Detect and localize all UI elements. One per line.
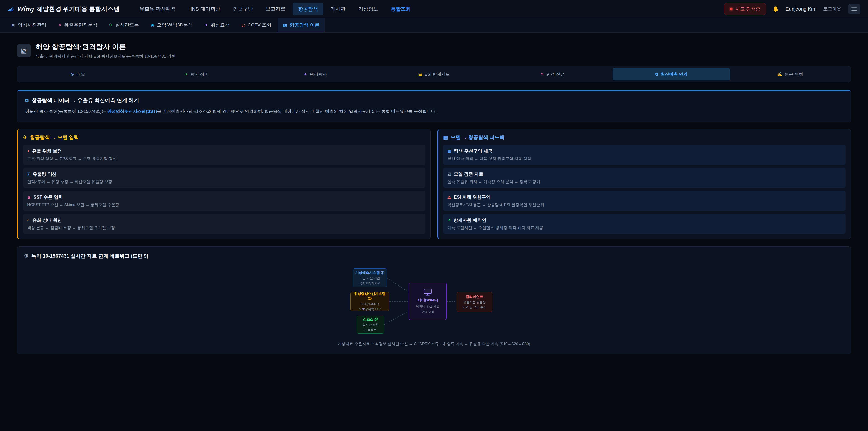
nav-weather-info[interactable]: 기상정보	[353, 3, 383, 16]
item-desc: 예측 도달시간 → 오일펜스·방제정 최적 배치 좌표 제공	[447, 225, 842, 230]
node-line1: 실시간 조위	[359, 322, 382, 327]
subtab-pollution-ship-3d[interactable]: ◉ 오염/선박3D분석	[145, 18, 198, 32]
linkage-heading-text: 항공탐색 데이터 → 유출유 확산예측 연계 체계	[32, 97, 139, 104]
network-diagram: 기상예측시스템 ① 바람·기온·기압 국립환경과학원 위성영상수신시스템 ② S…	[350, 269, 518, 335]
theory-tab-bar: ⊙ 개요 ✈ 탐지 장비 ✦ 원격탐사 ▤ ESI 방제지도 ✎ 면적 산정 ⧉…	[17, 66, 851, 83]
linkage-paragraph: 이문진 박사 특허(등록특허 10-1567431)는 위성영상수신시스템(SS…	[25, 108, 843, 115]
plane-icon: ✈	[23, 134, 27, 140]
alert-icon: ⚠	[447, 195, 451, 200]
tab-papers-patents[interactable]: ✍ 논문·특허	[732, 68, 849, 81]
subnav: ▣ 영상사진관리 ✳ 유출유면적분석 ✈ 실시간드론 ◉ 오염/선박3D분석 ✦…	[0, 18, 868, 33]
subtab-realtime-drone[interactable]: ✈ 실시간드론	[104, 18, 145, 32]
tab-overview[interactable]: ⊙ 개요	[19, 68, 136, 81]
calc-icon: ∑	[27, 172, 30, 177]
incident-status-badge[interactable]: 사고 진행중	[724, 3, 766, 15]
subtab-image-photo-management[interactable]: ▣ 영상사진관리	[6, 18, 52, 32]
node-line2: 토호쿠대학 FTP	[352, 307, 387, 311]
incident-dot-icon	[730, 8, 733, 10]
system-title: 해양환경 위기대응 통합시스템	[37, 5, 120, 13]
nav-emergency-rescue[interactable]: 긴급구난	[228, 3, 258, 16]
node-title: 기상예측시스템 ①	[355, 271, 385, 275]
pencil-icon: ✎	[540, 72, 544, 77]
card-item-list: ⌖ 유출 위치 보정 드론·위성 영상 → GPS 좌표 → 모델 유출지점 갱…	[23, 145, 426, 234]
tab-esi-map[interactable]: ▤ ESI 방제지도	[375, 68, 493, 81]
subtab-label: 오염/선박3D분석	[157, 22, 193, 28]
subtab-label: CCTV 조회	[248, 22, 272, 28]
item-desc: 색상 분류 → 점월비 추정 → 풍화모델 초기값 보정	[27, 225, 421, 230]
subtab-label: 유출유면적분석	[64, 22, 97, 28]
sst-system-link[interactable]: 위성영상수신시스템(SST)	[107, 109, 157, 114]
tab-label: 탐지 장비	[190, 71, 209, 77]
diagram-caption: 기상자료·수온자료·조석정보 실시간 수신 → CHARRY 조류 + 취송류 …	[24, 341, 844, 346]
chart-icon: ▧	[283, 22, 287, 28]
subtab-oil-area-analysis[interactable]: ✳ 유출유면적분석	[53, 18, 103, 32]
analysis-icon: ✳	[58, 22, 62, 28]
card-title-text: 항공탐색 → 모델 입력	[30, 134, 79, 141]
subtab-label: 실시간드론	[115, 22, 139, 28]
item-title: 유화 상태 확인	[32, 217, 62, 223]
color-class-icon: ◐	[27, 218, 30, 223]
nav-spill-prediction[interactable]: 유출유 확산예측	[134, 3, 181, 16]
network-heading: ⚗ 특허 10-1567431 실시간 자료 연계 네트워크 (도면 9)	[24, 253, 844, 259]
patent-network-panel: ⚗ 특허 10-1567431 실시간 자료 연계 네트워크 (도면 9) 기상…	[17, 246, 851, 355]
nav-aerial-search[interactable]: 항공탐색	[293, 3, 323, 16]
checklist-icon: ☑	[447, 172, 451, 177]
nav-reports[interactable]: 보고자료	[260, 3, 291, 16]
nav-integrated-search[interactable]: 통합조회	[385, 3, 416, 16]
node-weather-system: 기상예측시스템 ① 바람·기온·기압 국립환경과학원	[352, 269, 387, 287]
node-line1: 유출지점·유출량	[459, 300, 490, 304]
link-icon: ⧉	[25, 98, 29, 103]
subtab-aerial-search-theory[interactable]: ▧ 항공탐색 이론	[278, 18, 325, 32]
tab-detection-equipment[interactable]: ✈ 탐지 장비	[138, 68, 255, 81]
node-title: 검조소 ③	[359, 317, 382, 322]
nav-hns-atmosphere[interactable]: HNS·대기확산	[183, 3, 226, 16]
list-item-priority-zone: ▦ 탐색 우선구역 제공 확산 예측 결과 → 다음 항차 집중구역 자동 생성	[443, 145, 846, 165]
linkage-cards: ✈ 항공탐색 → 모델 입력 ⌖ 유출 위치 보정 드론·위성 영상 → GPS…	[17, 129, 851, 239]
card-search-to-model: ✈ 항공탐색 → 모델 입력 ⌖ 유출 위치 보정 드론·위성 영상 → GPS…	[17, 129, 431, 239]
location-icon: ⌖	[27, 149, 29, 153]
node-line2: 국립환경과학원	[355, 281, 385, 286]
tab-remote-sensing[interactable]: ✦ 원격탐사	[256, 68, 374, 81]
item-desc: 확산 예측 결과 → 다음 항차 집중구역 자동 생성	[447, 156, 842, 161]
item-title: 유출량 역산	[33, 171, 57, 177]
node-wing-server: 서버(WING) 데이터 수신·저장 모델 구동	[409, 282, 447, 320]
item-desc: 면적×두께 → 유량 추정 → 확산모델 유출량 보정	[27, 179, 421, 184]
subtab-cctv-view[interactable]: ◎ CCTV 조회	[236, 18, 277, 32]
logout-button[interactable]: 로그아웃	[823, 6, 841, 12]
node-title: 위성영상수신시스템 ②	[352, 291, 387, 301]
item-title: 모델 검증 자료	[454, 171, 483, 177]
main-nav: 유출유 확산예측 HNS·대기확산 긴급구난 보고자료 항공탐색 게시판 기상정…	[134, 3, 416, 16]
tab-area-calculation[interactable]: ✎ 면적 산정	[494, 68, 612, 81]
tab-label: 원격탐사	[310, 71, 327, 77]
wing-logo-icon	[8, 6, 14, 11]
tab-label: 면적 산정	[547, 71, 565, 77]
topbar-right: 사고 진행중 Eunjeong Kim 로그아웃	[724, 3, 860, 15]
papers-icon: ✍	[777, 72, 782, 77]
hamburger-menu-button[interactable]	[848, 4, 860, 14]
subtab-label: 영상사진관리	[18, 22, 46, 28]
tab-prediction-linkage[interactable]: ⧉ 확산예측 연계	[613, 68, 730, 81]
page-header: ▧ 해양 항공탐색·원격탐사 이론 유출유 원격탐지·항공감시 기법·ESI 방…	[17, 42, 851, 59]
satellite-icon: ✦	[205, 22, 208, 28]
item-desc: 드론·위성 영상 → GPS 좌표 → 모델 유출지점 갱신	[27, 156, 421, 161]
satellite-icon: ✦	[304, 72, 307, 77]
nav-board[interactable]: 게시판	[325, 3, 351, 16]
paragraph-text: 이문진 박사 특허(등록특허 10-1567431)는	[25, 109, 107, 114]
network-heading-text: 특허 10-1567431 실시간 자료 연계 네트워크 (도면 9)	[31, 253, 148, 259]
list-item-model-validation: ☑ 모델 검증 자료 실측 유출유 위치 ↔ 예측값 오차 분석 → 정확도 평…	[443, 168, 846, 188]
logo-text: Wing	[17, 5, 34, 13]
globe-3d-icon: ◉	[151, 22, 155, 28]
node-title: 서버(WING)	[411, 298, 444, 303]
node-line1: SST(NGSST)	[352, 302, 387, 306]
item-desc: 확산경로×ESI 등급 → 항공탐색 ESI 현장확인 우선순위	[447, 202, 842, 208]
list-item-resource-deployment: ↗ 방제자원 배치안 예측 도달시간 → 오일펜스·방제정 최적 배치 좌표 제…	[443, 214, 846, 234]
node-line2: 조석정보	[359, 328, 382, 332]
notification-bell-icon[interactable]	[773, 6, 779, 12]
item-desc: 실측 유출유 위치 ↔ 예측값 오차 분석 → 정확도 평가	[447, 179, 842, 184]
node-client: 클라이언트 유출지점·유출량 입력 및 결과 수신	[457, 292, 492, 312]
paragraph-text: 을 기상예측시스템·검조소와 함께 인터넷으로 연결하여, 항공탐색 데이터가 …	[157, 109, 436, 114]
main-content: ▧ 해양 항공탐색·원격탐사 이론 유출유 원격탐지·항공감시 기법·ESI 방…	[0, 42, 868, 368]
topbar: Wing 해양환경 위기대응 통합시스템 유출유 확산예측 HNS·대기확산 긴…	[0, 0, 868, 18]
subtab-satellite-request[interactable]: ✦ 위성요청	[199, 18, 235, 32]
image-icon: ▣	[11, 22, 16, 28]
